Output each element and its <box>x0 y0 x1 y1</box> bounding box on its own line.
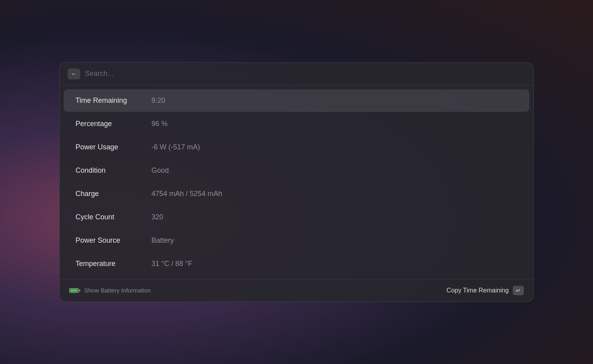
battery-info-row: Power Usage-6 W (-517 mA) <box>64 136 529 158</box>
row-value: 4754 mAh / 5254 mAh <box>151 190 222 198</box>
row-label: Condition <box>76 166 147 175</box>
battery-info-row: Charge4754 mAh / 5254 mAh <box>64 183 529 205</box>
enter-key-icon: ↵ <box>513 286 524 295</box>
row-label: Time Remaining <box>76 96 147 105</box>
row-value: Good <box>151 166 169 175</box>
back-button[interactable]: ← <box>68 68 80 79</box>
search-bar: ← <box>60 63 533 85</box>
row-value: 9:20 <box>151 96 165 105</box>
row-label: Power Source <box>76 236 147 245</box>
row-label: Power Usage <box>76 143 147 151</box>
row-label: Temperature <box>76 260 147 268</box>
battery-tip <box>79 289 80 292</box>
copy-time-remaining-button[interactable]: Copy Time Remaining <box>447 287 509 294</box>
footer-left: Show Battery Information <box>69 287 151 294</box>
battery-body <box>69 288 79 293</box>
back-icon: ← <box>71 70 77 77</box>
row-value: -6 W (-517 mA) <box>151 143 200 151</box>
show-battery-label[interactable]: Show Battery Information <box>84 287 151 294</box>
row-label: Cycle Count <box>76 213 147 221</box>
battery-fill <box>70 289 77 292</box>
battery-info-row: Time Remaining9:20 <box>64 89 529 112</box>
row-value: Battery <box>151 236 174 245</box>
row-label: Charge <box>76 190 147 198</box>
battery-icon <box>69 288 80 293</box>
battery-info-row: Cycle Count320 <box>64 206 529 228</box>
row-value: 96 % <box>151 120 168 128</box>
row-value: 31 °C / 88 °F <box>151 260 192 268</box>
battery-info-row: Power SourceBattery <box>64 229 529 252</box>
content-area: Time Remaining9:20Percentage96 %Power Us… <box>60 85 533 279</box>
search-input[interactable] <box>85 70 525 78</box>
battery-info-row: Temperature31 °C / 88 °F <box>64 253 529 275</box>
battery-info-row: Percentage96 % <box>64 113 529 135</box>
battery-info-row: ConditionGood <box>64 159 529 182</box>
footer-right: Copy Time Remaining ↵ <box>447 286 524 295</box>
footer: Show Battery Information Copy Time Remai… <box>60 279 533 302</box>
row-label: Percentage <box>76 120 147 128</box>
row-value: 320 <box>151 213 163 221</box>
main-panel: ← Time Remaining9:20Percentage96 %Power … <box>59 62 534 302</box>
